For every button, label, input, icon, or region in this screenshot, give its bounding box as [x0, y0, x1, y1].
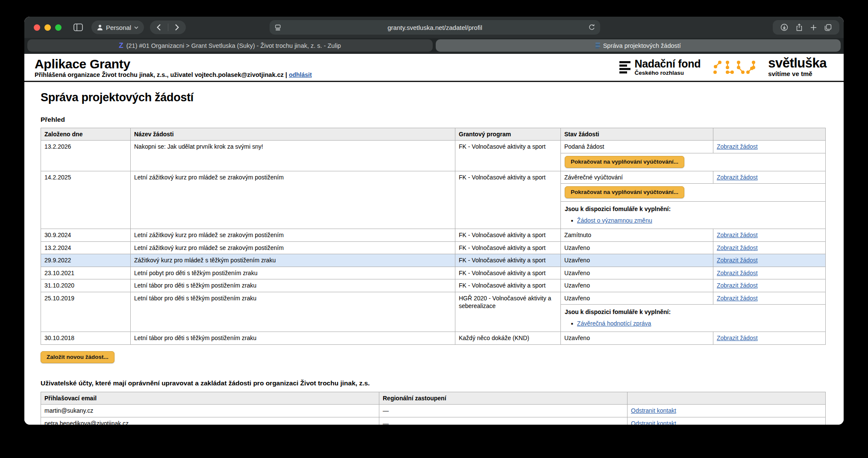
page-settings-icon[interactable] [275, 24, 281, 31]
traffic-lights [34, 24, 62, 31]
close-window-button[interactable] [34, 24, 40, 31]
application-status-region: UzavřenoZobrazit žádost [561, 242, 825, 254]
view-application-link[interactable]: Zobrazit žádost [717, 295, 758, 302]
nadacni-fond-bars-icon [619, 61, 630, 74]
view-application-link[interactable]: Zobrazit žádost [717, 282, 758, 289]
login-info: Přihlášená organizace Život trochu jinak… [35, 71, 312, 78]
continue-filling-button[interactable]: Pokračovat na vyplňování vyúčtování... [565, 186, 684, 198]
view-application-link[interactable]: Zobrazit žádost [717, 270, 758, 276]
application-status: Uzavřeno [561, 332, 713, 344]
application-name: Letní tábor pro děti s těžkým postižením… [131, 279, 455, 291]
login-info-text: Přihlášená organizace Život trochu jinak… [35, 71, 287, 78]
application-row: 30.10.2018Letní tábor pro děti s těžkým … [41, 332, 825, 344]
minimize-window-button[interactable] [44, 24, 51, 31]
application-row: 13.2.2026Nakopni se: Jak udělat prvník k… [41, 141, 825, 170]
logout-link[interactable]: odhlásit [289, 71, 312, 78]
application-status-region: UzavřenoZobrazit žádostJsou k dispozici … [561, 292, 825, 332]
applications-table-body: 13.2.2026Nakopni se: Jak udělat prvník k… [41, 141, 825, 344]
forward-icon[interactable] [175, 24, 179, 31]
tab-sprava-zadosti[interactable]: Správa projektových žádostí [436, 39, 841, 52]
application-name: Zážitkový kurz pro mládež s těžkým posti… [131, 254, 455, 266]
user-action-cell: Odstranit kontakt [628, 405, 825, 417]
view-application-link[interactable]: Zobrazit žádost [717, 143, 758, 150]
svetluska-title: světluška [768, 57, 827, 69]
nadacni-fond-title: Nadační fond [634, 59, 701, 69]
tab-overview-icon[interactable] [824, 24, 832, 31]
application-date: 30.10.2018 [41, 332, 131, 344]
status-line: Podaná žádostZobrazit žádost [561, 141, 825, 153]
nav-divider [168, 23, 168, 31]
svetluska-constellation-icon [712, 59, 757, 76]
tab-title: Správa projektových žádostí [603, 42, 681, 49]
application-status: Závěrečné vyúčtování [561, 171, 713, 183]
form-link[interactable]: Žádost o významnou změnu [577, 217, 652, 224]
column-header: Stav žádosti [561, 128, 713, 141]
user-email: martin@sukany.cz [41, 405, 379, 417]
view-application-link[interactable]: Zobrazit žádost [717, 335, 758, 341]
tab-zulip[interactable]: Z (21) #01 Organizacni > Grant Svetluska… [27, 39, 433, 52]
remove-contact-link[interactable]: Odstranit kontakt [631, 407, 676, 414]
users-table-body: martin@sukany.cz—Odstranit kontaktpetra.… [41, 405, 825, 425]
forms-heading: Jsou k dispozici fomuláře k vyplnění: [565, 307, 821, 316]
application-row: 30.9.2024Letní zážitkový kurz pro mládež… [41, 229, 825, 241]
column-header: Grantový program [455, 128, 561, 141]
column-header: Přihlašovací email [41, 392, 379, 405]
zoom-window-button[interactable] [55, 24, 62, 31]
view-application-link[interactable]: Zobrazit žádost [717, 174, 758, 181]
application-action-cell: Zobrazit žádost [713, 267, 825, 279]
share-icon[interactable] [796, 23, 803, 31]
back-icon[interactable] [157, 24, 161, 31]
application-row: 29.9.2022Zážitkový kurz pro mládež s těž… [41, 254, 825, 266]
application-program: FK - Volnočasové aktivity a sport [455, 171, 561, 229]
address-bar[interactable]: granty.svetluska.net/zadatel/profil [270, 20, 600, 35]
application-program: FK - Volnočasové aktivity a sport [455, 279, 561, 291]
downloads-icon[interactable] [780, 23, 788, 31]
application-row: 31.10.2020Letní tábor pro děti s těžkým … [41, 279, 825, 291]
view-application-link[interactable]: Zobrazit žádost [717, 232, 758, 238]
application-status-region: ZamítnutoZobrazit žádost [561, 229, 825, 241]
status-line: UzavřenoZobrazit žádost [561, 332, 825, 344]
profile-switcher[interactable]: Personal [91, 21, 144, 34]
sidebar-toggle-icon[interactable] [73, 23, 83, 31]
application-status: Uzavřeno [561, 279, 713, 291]
application-name: Letní zážitkový kurz pro mládež se zrako… [131, 242, 455, 254]
forms-list: Závěrečná hodnotící zpráva [571, 320, 821, 327]
application-status: Podaná žádost [561, 141, 713, 153]
application-status-region: UzavřenoZobrazit žádost [561, 267, 825, 279]
person-icon [97, 24, 103, 30]
reload-icon[interactable] [589, 24, 595, 31]
user-region: — [379, 405, 628, 417]
status-line: UzavřenoZobrazit žádost [561, 242, 825, 254]
user-row: petra.benedikova@zivotjinak.cz—Odstranit… [41, 417, 825, 425]
view-application-link[interactable]: Zobrazit žádost [717, 244, 758, 251]
application-date: 29.9.2022 [41, 254, 131, 266]
user-row: martin@sukany.cz—Odstranit kontakt [41, 405, 825, 417]
application-name: Letní tábor pro děti s těžkým postižením… [131, 332, 455, 344]
application-program: FK - Volnočasové aktivity a sport [455, 267, 561, 279]
application-program: FK - Volnočasové aktivity a sport [455, 254, 561, 266]
application-status-region: UzavřenoZobrazit žádost [561, 254, 825, 266]
nav-buttons [150, 21, 186, 34]
new-tab-icon[interactable] [810, 24, 817, 31]
continue-filling-button[interactable]: Pokračovat na vyplňování vyúčtování... [565, 156, 684, 168]
applications-table-header: Založeno dne Název žádosti Grantový prog… [41, 128, 825, 141]
users-table-header: Přihlašovací email Regionální zastoupení [41, 392, 825, 405]
available-forms-subrow: Jsou k dispozici fomuláře k vyplnění:Žád… [561, 201, 825, 229]
remove-contact-link[interactable]: Odstranit kontakt [631, 420, 676, 425]
application-program: HGŘ 2020 - Volnočasové aktivity a sebere… [455, 292, 561, 332]
app-title: Aplikace Granty [35, 57, 312, 71]
application-date: 13.2.2024 [41, 242, 131, 254]
page-title: Správa projektových žádostí [41, 91, 827, 104]
profile-label: Personal [106, 24, 131, 31]
page-content: Aplikace Granty Přihlášená organizace Ži… [24, 54, 844, 425]
tab-title: (21) #01 Organizacni > Grant Svetluska (… [126, 42, 341, 49]
form-link[interactable]: Závěrečná hodnotící zpráva [577, 320, 651, 327]
view-application-link[interactable]: Zobrazit žádost [717, 257, 758, 264]
column-header: Název žádosti [131, 128, 455, 141]
svetluska-logo: světluška svítíme ve tmě [768, 57, 827, 77]
application-status-region: UzavřenoZobrazit žádost [561, 332, 825, 344]
application-name: Letní zážitkový kurz pro mládež se zrako… [131, 229, 455, 241]
new-application-button[interactable]: Založit novou žádost... [41, 351, 114, 363]
status-line: UzavřenoZobrazit žádost [561, 279, 825, 291]
forms-heading: Jsou k dispozici fomuláře k vyplnění: [565, 204, 821, 213]
